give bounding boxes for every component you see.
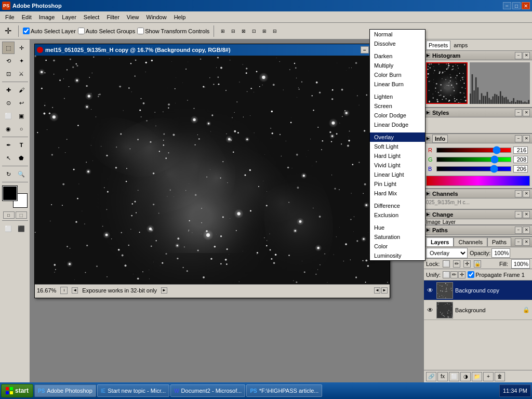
link-layers-btn[interactable]: 🔗 — [426, 372, 436, 381]
screen-mode-btn[interactable]: ⬜ — [2, 222, 15, 235]
layers-close[interactable]: ✕ — [523, 238, 530, 246]
g-slider[interactable] — [436, 157, 511, 162]
tool-shape[interactable]: ⬟ — [15, 152, 28, 164]
blend-saturation[interactable]: Saturation — [370, 232, 425, 242]
menu-file[interactable]: File — [2, 13, 18, 21]
blend-overlay[interactable]: Overlay — [370, 132, 425, 142]
taskbar-ie[interactable]: IE Start new topic - Micr... — [97, 384, 169, 397]
histogram-expand[interactable]: ▶ — [426, 54, 430, 58]
align-middle-btn[interactable]: ⊞ — [260, 25, 269, 37]
tool-brush[interactable]: 🖌 — [15, 84, 28, 96]
paths-close[interactable]: ✕ — [523, 227, 530, 234]
mini-info-expand[interactable]: ▶ — [426, 192, 430, 196]
delete-layer-btn[interactable]: 🗑 — [495, 372, 505, 381]
blend-screen[interactable]: Screen — [370, 101, 425, 111]
blend-hard-mix[interactable]: Hard Mix — [370, 189, 425, 198]
layer-item-bg[interactable]: 👁 Background 🔒 — [424, 300, 532, 320]
channels-close[interactable]: ✕ — [523, 135, 530, 142]
channels-expand[interactable]: ▶ — [426, 137, 430, 141]
tool-zoom[interactable]: 🔍 — [15, 168, 28, 180]
blend-hue[interactable]: Hue — [370, 223, 425, 232]
maximize-button[interactable]: □ — [512, 2, 521, 9]
menu-view[interactable]: View — [124, 13, 142, 21]
doc-canvas[interactable] — [35, 56, 390, 284]
start-button[interactable]: start — [1, 384, 33, 397]
r-value[interactable] — [513, 147, 528, 154]
fill-input[interactable] — [511, 259, 530, 269]
blend-hard-light[interactable]: Hard Light — [370, 151, 425, 161]
b-value[interactable] — [513, 165, 528, 172]
blend-normal[interactable]: Normal — [370, 30, 425, 39]
tool-move[interactable]: ✛ — [15, 42, 28, 54]
tool-stamp[interactable]: ⊙ — [2, 97, 15, 109]
paths-expand[interactable]: ▶ — [426, 228, 430, 232]
h-scroll-right[interactable]: ► — [381, 287, 388, 294]
layer-item-bg-copy[interactable]: 👁 Background copy — [424, 281, 532, 300]
paths-minimize[interactable]: − — [515, 227, 522, 234]
tool-path-select[interactable]: ↖ — [2, 152, 15, 164]
fx-btn[interactable]: fx — [437, 372, 448, 381]
r-slider[interactable] — [436, 148, 511, 153]
layers-minimize[interactable]: − — [515, 238, 522, 246]
blend-soft-light[interactable]: Soft Light — [370, 142, 425, 151]
tool-select-rect[interactable]: ⬚ — [2, 42, 15, 54]
status-nav-left[interactable]: ◄ — [72, 287, 78, 294]
tool-slice[interactable]: ⚔ — [15, 68, 28, 80]
unify-btn-2[interactable]: ✏ — [450, 271, 458, 278]
show-transform-checkbox[interactable] — [137, 28, 144, 34]
blend-pin-light[interactable]: Pin Light — [370, 179, 425, 189]
tab-layers[interactable]: Layers — [426, 237, 454, 246]
group-btn[interactable]: 📁 — [472, 372, 482, 381]
auto-select-layer-checkbox[interactable] — [23, 28, 30, 34]
tool-gradient[interactable]: ▣ — [15, 110, 28, 122]
taskbar-photoshop[interactable]: PS Adobe Photoshop — [34, 384, 96, 397]
menu-layer[interactable]: Layer — [59, 13, 79, 21]
tab-channels[interactable]: Channels — [454, 237, 487, 246]
blend-color[interactable]: Color — [370, 242, 425, 251]
foreground-color[interactable] — [3, 186, 17, 201]
blend-darken[interactable]: Darken — [370, 51, 425, 61]
menu-window[interactable]: Window — [143, 13, 170, 21]
align-left-btn[interactable]: ⊞ — [218, 25, 228, 37]
status-info-btn[interactable]: i — [60, 287, 68, 294]
tool-pen[interactable]: ✒ — [2, 139, 15, 151]
blend-mode-dropdown[interactable]: Normal Dissolve Darken Multiply Color Bu… — [369, 29, 425, 261]
tab-paths[interactable]: Paths — [487, 237, 511, 246]
blend-color-burn[interactable]: Color Burn — [370, 70, 425, 79]
g-value[interactable] — [513, 156, 528, 163]
lock-pixels-btn[interactable]: ✏ — [453, 260, 460, 268]
propagate-checkbox[interactable] — [468, 271, 474, 278]
minimize-button[interactable]: − — [503, 2, 511, 9]
align-top-btn[interactable]: ⊡ — [249, 25, 259, 37]
quick-mask-btn[interactable]: ⬚ — [16, 211, 27, 219]
b-slider[interactable] — [436, 166, 511, 171]
adjustment-btn[interactable]: ◑ — [460, 372, 471, 381]
doc-minimize-btn[interactable]: − — [361, 46, 369, 54]
layers-blend-select[interactable]: Overlay — [426, 248, 468, 258]
blend-dissolve[interactable]: Dissolve — [370, 39, 425, 48]
eye-bg[interactable]: 👁 — [426, 306, 434, 314]
blend-difference[interactable]: Difference — [370, 201, 425, 210]
align-bottom-btn[interactable]: ⊟ — [270, 25, 280, 37]
blend-multiply[interactable]: Multiply — [370, 61, 425, 70]
tool-blur[interactable]: ◉ — [2, 123, 15, 135]
opacity-input[interactable] — [491, 248, 510, 258]
change-minimize[interactable]: − — [515, 211, 522, 218]
tool-select-magic[interactable]: ✦ — [15, 55, 28, 67]
blend-linear-dodge[interactable]: Linear Dodge — [370, 120, 425, 129]
lock-all-btn[interactable]: 🔒 — [474, 260, 481, 268]
blend-vivid-light[interactable]: Vivid Light — [370, 161, 425, 170]
auto-select-groups-checkbox[interactable] — [78, 28, 85, 34]
align-center-btn[interactable]: ⊟ — [229, 25, 238, 37]
styles-expand[interactable]: ▶ — [426, 111, 430, 115]
histogram-minimize[interactable]: − — [515, 52, 522, 59]
blend-linear-light[interactable]: Linear Light — [370, 170, 425, 179]
unify-btn-1[interactable]: ⬜ — [443, 271, 450, 278]
styles-close[interactable]: ✕ — [523, 109, 530, 116]
blend-color-dodge[interactable]: Color Dodge — [370, 111, 425, 120]
lock-position-btn[interactable]: ✛ — [463, 260, 471, 268]
normal-mode-btn[interactable]: □ — [3, 211, 15, 219]
styles-minimize[interactable]: − — [515, 109, 522, 116]
tool-3d-rotate[interactable]: ↻ — [2, 168, 15, 180]
align-right-btn[interactable]: ⊠ — [239, 25, 248, 37]
